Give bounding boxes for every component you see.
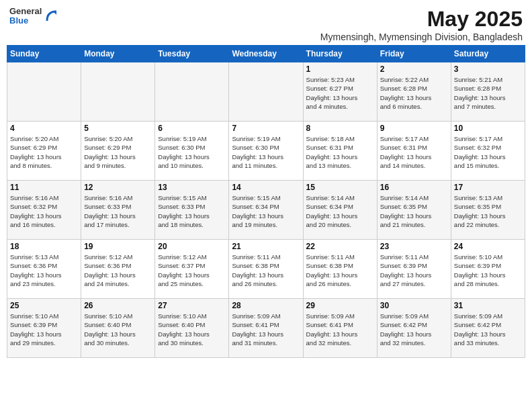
day-number: 24	[454, 242, 522, 251]
calendar-week-1: 1Sunrise: 5:23 AM Sunset: 6:27 PM Daylig…	[7, 62, 525, 122]
day-info: Sunrise: 5:15 AM Sunset: 6:33 PM Dayligh…	[158, 193, 226, 229]
calendar-cell: 22Sunrise: 5:11 AM Sunset: 6:38 PM Dayli…	[303, 240, 377, 299]
calendar-cell: 13Sunrise: 5:15 AM Sunset: 6:33 PM Dayli…	[155, 181, 229, 240]
day-info: Sunrise: 5:17 AM Sunset: 6:32 PM Dayligh…	[454, 134, 522, 170]
calendar-cell: 15Sunrise: 5:14 AM Sunset: 6:34 PM Dayli…	[303, 181, 377, 240]
day-info: Sunrise: 5:13 AM Sunset: 6:36 PM Dayligh…	[10, 253, 78, 288]
logo-icon	[46, 10, 58, 22]
calendar-cell: 5Sunrise: 5:20 AM Sunset: 6:29 PM Daylig…	[81, 122, 155, 181]
day-info: Sunrise: 5:10 AM Sunset: 6:39 PM Dayligh…	[454, 253, 522, 288]
day-info: Sunrise: 5:15 AM Sunset: 6:34 PM Dayligh…	[232, 193, 300, 229]
calendar-cell: 30Sunrise: 5:09 AM Sunset: 6:42 PM Dayli…	[377, 299, 451, 358]
calendar-cell: 8Sunrise: 5:18 AM Sunset: 6:31 PM Daylig…	[303, 122, 377, 181]
day-info: Sunrise: 5:17 AM Sunset: 6:31 PM Dayligh…	[380, 134, 448, 170]
day-number: 16	[380, 183, 448, 192]
day-number: 18	[10, 242, 78, 251]
day-number: 6	[158, 124, 226, 133]
day-info: Sunrise: 5:13 AM Sunset: 6:35 PM Dayligh…	[454, 193, 522, 229]
day-number: 17	[454, 183, 522, 192]
day-number: 8	[306, 124, 374, 133]
day-number: 14	[232, 183, 300, 192]
day-info: Sunrise: 5:16 AM Sunset: 6:33 PM Dayligh…	[84, 193, 152, 229]
day-number: 4	[10, 124, 78, 133]
calendar-week-5: 25Sunrise: 5:10 AM Sunset: 6:39 PM Dayli…	[7, 299, 525, 358]
svg-marker-0	[53, 11, 56, 15]
day-info: Sunrise: 5:12 AM Sunset: 6:37 PM Dayligh…	[158, 253, 226, 288]
day-info: Sunrise: 5:09 AM Sunset: 6:42 PM Dayligh…	[380, 312, 448, 347]
month-title: May 2025	[320, 7, 523, 32]
calendar-cell: 3Sunrise: 5:21 AM Sunset: 6:28 PM Daylig…	[451, 62, 525, 122]
weekday-header-friday: Friday	[377, 46, 451, 62]
calendar-cell: 23Sunrise: 5:11 AM Sunset: 6:39 PM Dayli…	[377, 240, 451, 299]
calendar-cell: 28Sunrise: 5:09 AM Sunset: 6:41 PM Dayli…	[229, 299, 303, 358]
day-number: 28	[232, 301, 300, 310]
day-info: Sunrise: 5:20 AM Sunset: 6:29 PM Dayligh…	[84, 134, 152, 170]
day-number: 27	[158, 301, 226, 310]
day-number: 23	[380, 242, 448, 251]
weekday-header-saturday: Saturday	[451, 46, 525, 62]
calendar-cell: 4Sunrise: 5:20 AM Sunset: 6:29 PM Daylig…	[7, 122, 81, 181]
page-header: General Blue May 2025 Mymensingh, Mymens…	[7, 7, 525, 42]
day-info: Sunrise: 5:09 AM Sunset: 6:41 PM Dayligh…	[306, 312, 374, 347]
weekday-header-row: SundayMondayTuesdayWednesdayThursdayFrid…	[7, 46, 525, 62]
logo-general: General	[9, 7, 42, 16]
calendar-cell: 18Sunrise: 5:13 AM Sunset: 6:36 PM Dayli…	[7, 240, 81, 299]
day-info: Sunrise: 5:09 AM Sunset: 6:42 PM Dayligh…	[454, 312, 522, 347]
calendar-cell: 20Sunrise: 5:12 AM Sunset: 6:37 PM Dayli…	[155, 240, 229, 299]
day-number: 29	[306, 301, 374, 310]
day-number: 21	[232, 242, 300, 251]
calendar-cell: 26Sunrise: 5:10 AM Sunset: 6:40 PM Dayli…	[81, 299, 155, 358]
calendar-cell: 6Sunrise: 5:19 AM Sunset: 6:30 PM Daylig…	[155, 122, 229, 181]
calendar-week-2: 4Sunrise: 5:20 AM Sunset: 6:29 PM Daylig…	[7, 122, 525, 181]
title-block: May 2025 Mymensingh, Mymensingh Division…	[320, 7, 523, 42]
calendar-cell: 2Sunrise: 5:22 AM Sunset: 6:28 PM Daylig…	[377, 62, 451, 122]
calendar-cell: 21Sunrise: 5:11 AM Sunset: 6:38 PM Dayli…	[229, 240, 303, 299]
calendar-cell: 11Sunrise: 5:16 AM Sunset: 6:32 PM Dayli…	[7, 181, 81, 240]
day-number: 13	[158, 183, 226, 192]
calendar-cell	[7, 62, 81, 122]
day-number: 11	[10, 183, 78, 192]
day-info: Sunrise: 5:14 AM Sunset: 6:35 PM Dayligh…	[380, 193, 448, 229]
day-number: 26	[84, 301, 152, 310]
day-info: Sunrise: 5:14 AM Sunset: 6:34 PM Dayligh…	[306, 193, 374, 229]
logo: General Blue	[9, 7, 58, 26]
day-number: 31	[454, 301, 522, 310]
day-info: Sunrise: 5:19 AM Sunset: 6:30 PM Dayligh…	[158, 134, 226, 170]
day-info: Sunrise: 5:10 AM Sunset: 6:40 PM Dayligh…	[84, 312, 152, 347]
day-number: 15	[306, 183, 374, 192]
calendar-table: SundayMondayTuesdayWednesdayThursdayFrid…	[7, 45, 525, 358]
logo-blue: Blue	[9, 16, 42, 26]
calendar-cell: 27Sunrise: 5:10 AM Sunset: 6:40 PM Dayli…	[155, 299, 229, 358]
location-subtitle: Mymensingh, Mymensingh Division, Banglad…	[320, 32, 523, 42]
day-number: 2	[380, 64, 448, 74]
day-number: 12	[84, 183, 152, 192]
day-number: 19	[84, 242, 152, 251]
weekday-header-monday: Monday	[81, 46, 155, 62]
calendar-cell: 9Sunrise: 5:17 AM Sunset: 6:31 PM Daylig…	[377, 122, 451, 181]
calendar-cell: 16Sunrise: 5:14 AM Sunset: 6:35 PM Dayli…	[377, 181, 451, 240]
day-number: 30	[380, 301, 448, 310]
day-info: Sunrise: 5:18 AM Sunset: 6:31 PM Dayligh…	[306, 134, 374, 170]
weekday-header-sunday: Sunday	[7, 46, 81, 62]
day-info: Sunrise: 5:11 AM Sunset: 6:38 PM Dayligh…	[232, 253, 300, 288]
calendar-week-3: 11Sunrise: 5:16 AM Sunset: 6:32 PM Dayli…	[7, 181, 525, 240]
day-info: Sunrise: 5:16 AM Sunset: 6:32 PM Dayligh…	[10, 193, 78, 229]
calendar-cell: 17Sunrise: 5:13 AM Sunset: 6:35 PM Dayli…	[451, 181, 525, 240]
day-number: 3	[454, 64, 522, 74]
day-info: Sunrise: 5:23 AM Sunset: 6:27 PM Dayligh…	[306, 75, 374, 111]
day-info: Sunrise: 5:10 AM Sunset: 6:39 PM Dayligh…	[10, 312, 78, 347]
calendar-cell	[229, 62, 303, 122]
day-info: Sunrise: 5:20 AM Sunset: 6:29 PM Dayligh…	[10, 134, 78, 170]
calendar-cell	[155, 62, 229, 122]
calendar-cell: 29Sunrise: 5:09 AM Sunset: 6:41 PM Dayli…	[303, 299, 377, 358]
calendar-cell: 14Sunrise: 5:15 AM Sunset: 6:34 PM Dayli…	[229, 181, 303, 240]
day-number: 9	[380, 124, 448, 133]
calendar-week-4: 18Sunrise: 5:13 AM Sunset: 6:36 PM Dayli…	[7, 240, 525, 299]
calendar-cell: 1Sunrise: 5:23 AM Sunset: 6:27 PM Daylig…	[303, 62, 377, 122]
day-info: Sunrise: 5:10 AM Sunset: 6:40 PM Dayligh…	[158, 312, 226, 347]
day-info: Sunrise: 5:12 AM Sunset: 6:36 PM Dayligh…	[84, 253, 152, 288]
calendar-cell	[81, 62, 155, 122]
weekday-header-wednesday: Wednesday	[229, 46, 303, 62]
calendar-cell: 12Sunrise: 5:16 AM Sunset: 6:33 PM Dayli…	[81, 181, 155, 240]
day-number: 10	[454, 124, 522, 133]
